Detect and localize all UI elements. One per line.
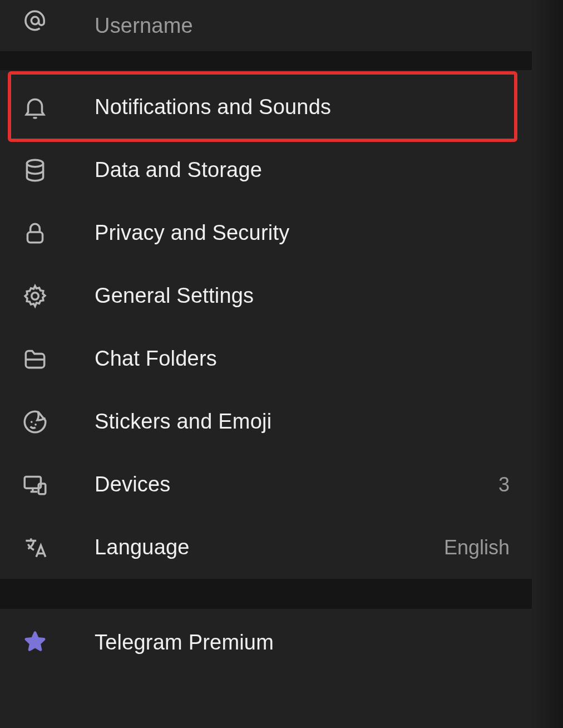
settings-item-data-storage[interactable]: Data and Storage [0,139,532,201]
settings-item-label: Language [95,535,444,559]
svg-point-4 [31,421,33,423]
section-divider [0,51,532,70]
bell-icon [0,94,95,121]
settings-item-username[interactable]: Username [0,0,532,51]
star-icon [0,628,95,656]
settings-item-language[interactable]: Language English [0,516,532,579]
svg-point-1 [27,160,43,167]
svg-point-3 [32,292,39,299]
language-icon [0,534,95,562]
settings-item-value: 3 [498,473,532,496]
settings-item-premium[interactable]: Telegram Premium [0,609,532,676]
settings-item-label: Chat Folders [95,347,532,371]
settings-item-label: Data and Storage [95,158,532,182]
settings-item-label: General Settings [95,284,532,308]
svg-rect-2 [27,232,42,242]
settings-item-value: English [444,536,532,559]
at-icon [0,17,95,35]
svg-point-0 [31,17,38,24]
settings-item-privacy[interactable]: Privacy and Security [0,201,532,264]
sticker-icon [0,408,95,436]
gear-icon [0,282,95,310]
lock-icon [0,219,95,247]
settings-item-notifications[interactable]: Notifications and Sounds [0,76,532,139]
settings-item-devices[interactable]: Devices 3 [0,453,532,516]
svg-point-5 [34,423,37,425]
devices-icon [0,471,95,499]
settings-item-stickers[interactable]: Stickers and Emoji [0,390,532,453]
settings-item-label: Notifications and Sounds [95,95,532,119]
settings-item-label: Telegram Premium [95,631,532,655]
settings-list: Username Notifications and Sounds Data a… [0,0,532,676]
folder-icon [0,345,95,373]
database-icon [0,156,95,184]
settings-item-label: Devices [95,473,498,496]
settings-item-label: Stickers and Emoji [95,410,532,434]
settings-item-label: Privacy and Security [95,221,532,245]
section-divider [0,579,532,609]
right-edge-shadow [530,0,563,728]
settings-item-chat-folders[interactable]: Chat Folders [0,327,532,390]
settings-item-label: Username [95,14,532,38]
settings-item-general[interactable]: General Settings [0,264,532,327]
